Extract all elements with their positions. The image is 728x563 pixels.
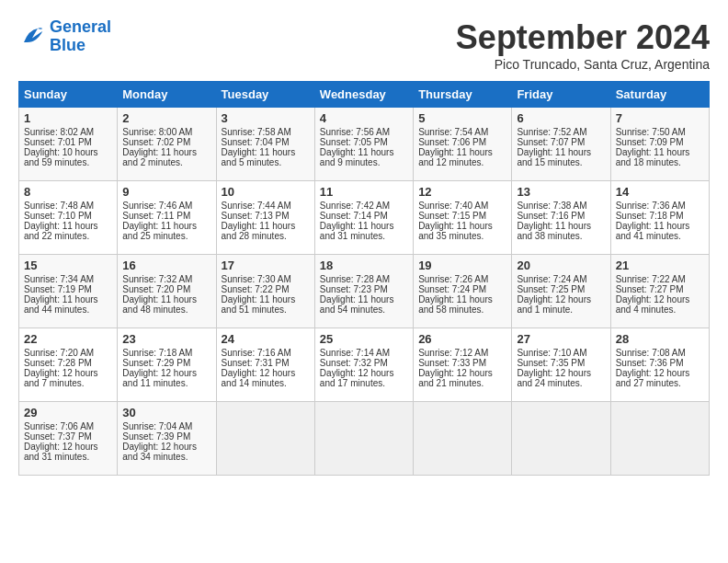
logo-icon — [18, 23, 46, 51]
calendar-week-4: 22Sunrise: 7:20 AMSunset: 7:28 PMDayligh… — [19, 328, 710, 402]
calendar-day-19: 19Sunrise: 7:26 AMSunset: 7:24 PMDayligh… — [414, 255, 512, 328]
calendar-day-28: 28Sunrise: 7:08 AMSunset: 7:36 PMDayligh… — [610, 328, 709, 402]
calendar-header-wednesday: Wednesday — [314, 82, 413, 108]
calendar-day-24: 24Sunrise: 7:16 AMSunset: 7:31 PMDayligh… — [216, 328, 314, 402]
calendar-week-1: 1Sunrise: 8:02 AMSunset: 7:01 PMDaylight… — [19, 108, 710, 181]
calendar-day-22: 22Sunrise: 7:20 AMSunset: 7:28 PMDayligh… — [19, 328, 118, 402]
calendar-header-friday: Friday — [512, 82, 610, 108]
calendar-day-empty — [314, 402, 413, 476]
calendar-day-21: 21Sunrise: 7:22 AMSunset: 7:27 PMDayligh… — [610, 255, 709, 328]
calendar-day-29: 29Sunrise: 7:06 AMSunset: 7:37 PMDayligh… — [19, 402, 118, 476]
calendar-day-13: 13Sunrise: 7:38 AMSunset: 7:16 PMDayligh… — [512, 181, 610, 255]
calendar-day-23: 23Sunrise: 7:18 AMSunset: 7:29 PMDayligh… — [118, 328, 216, 402]
calendar-week-2: 8Sunrise: 7:48 AMSunset: 7:10 PMDaylight… — [19, 181, 710, 255]
calendar-table: SundayMondayTuesdayWednesdayThursdayFrid… — [18, 81, 710, 476]
calendar-day-15: 15Sunrise: 7:34 AMSunset: 7:19 PMDayligh… — [19, 255, 118, 328]
calendar-day-14: 14Sunrise: 7:36 AMSunset: 7:18 PMDayligh… — [610, 181, 709, 255]
calendar-week-3: 15Sunrise: 7:34 AMSunset: 7:19 PMDayligh… — [19, 255, 710, 328]
calendar-day-empty — [216, 402, 314, 476]
calendar-day-10: 10Sunrise: 7:44 AMSunset: 7:13 PMDayligh… — [216, 181, 314, 255]
calendar-day-empty — [414, 402, 512, 476]
calendar-header-sunday: Sunday — [19, 82, 118, 108]
calendar-day-9: 9Sunrise: 7:46 AMSunset: 7:11 PMDaylight… — [118, 181, 216, 255]
calendar-day-4: 4Sunrise: 7:56 AMSunset: 7:05 PMDaylight… — [314, 108, 413, 181]
calendar-day-11: 11Sunrise: 7:42 AMSunset: 7:14 PMDayligh… — [314, 181, 413, 255]
month-title: September 2024 — [456, 18, 710, 57]
calendar-day-8: 8Sunrise: 7:48 AMSunset: 7:10 PMDaylight… — [19, 181, 118, 255]
calendar-day-12: 12Sunrise: 7:40 AMSunset: 7:15 PMDayligh… — [414, 181, 512, 255]
calendar-header-saturday: Saturday — [610, 82, 709, 108]
calendar-day-empty — [610, 402, 709, 476]
calendar-day-6: 6Sunrise: 7:52 AMSunset: 7:07 PMDaylight… — [512, 108, 610, 181]
calendar-day-27: 27Sunrise: 7:10 AMSunset: 7:35 PMDayligh… — [512, 328, 610, 402]
calendar-day-2: 2Sunrise: 8:00 AMSunset: 7:02 PMDaylight… — [118, 108, 216, 181]
calendar-day-1: 1Sunrise: 8:02 AMSunset: 7:01 PMDaylight… — [19, 108, 118, 181]
calendar-day-16: 16Sunrise: 7:32 AMSunset: 7:20 PMDayligh… — [118, 255, 216, 328]
location-subtitle: Pico Truncado, Santa Cruz, Argentina — [456, 57, 710, 72]
calendar-day-7: 7Sunrise: 7:50 AMSunset: 7:09 PMDaylight… — [610, 108, 709, 181]
calendar-day-20: 20Sunrise: 7:24 AMSunset: 7:25 PMDayligh… — [512, 255, 610, 328]
calendar-day-26: 26Sunrise: 7:12 AMSunset: 7:33 PMDayligh… — [414, 328, 512, 402]
calendar-day-17: 17Sunrise: 7:30 AMSunset: 7:22 PMDayligh… — [216, 255, 314, 328]
calendar-week-5: 29Sunrise: 7:06 AMSunset: 7:37 PMDayligh… — [19, 402, 710, 476]
calendar-day-empty — [512, 402, 610, 476]
calendar-header-row: SundayMondayTuesdayWednesdayThursdayFrid… — [19, 82, 710, 108]
calendar-header-monday: Monday — [118, 82, 216, 108]
page-header: General Blue September 2024 Pico Truncad… — [18, 18, 710, 72]
calendar-day-5: 5Sunrise: 7:54 AMSunset: 7:06 PMDaylight… — [414, 108, 512, 181]
calendar-body: 1Sunrise: 8:02 AMSunset: 7:01 PMDaylight… — [19, 108, 710, 476]
calendar-day-30: 30Sunrise: 7:04 AMSunset: 7:39 PMDayligh… — [118, 402, 216, 476]
calendar-day-3: 3Sunrise: 7:58 AMSunset: 7:04 PMDaylight… — [216, 108, 314, 181]
logo: General Blue — [18, 18, 111, 55]
logo-text: General Blue — [50, 18, 111, 55]
calendar-day-18: 18Sunrise: 7:28 AMSunset: 7:23 PMDayligh… — [314, 255, 413, 328]
calendar-header-thursday: Thursday — [414, 82, 512, 108]
calendar-day-25: 25Sunrise: 7:14 AMSunset: 7:32 PMDayligh… — [314, 328, 413, 402]
title-block: September 2024 Pico Truncado, Santa Cruz… — [456, 18, 710, 72]
calendar-header-tuesday: Tuesday — [216, 82, 314, 108]
